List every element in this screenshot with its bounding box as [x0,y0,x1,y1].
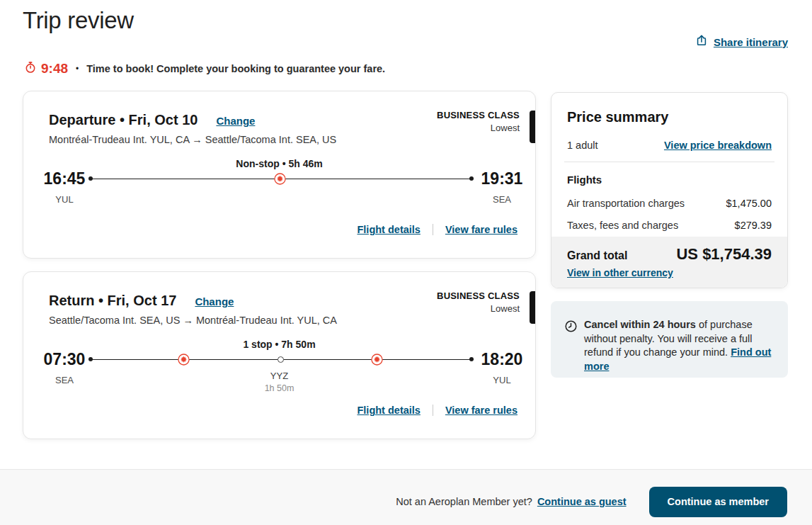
page-title: Trip review [23,7,134,34]
booking-timer: 9:48 • Time to book! Complete your booki… [24,61,385,77]
departure-flight-card: Departure • Fri, Oct 10 Change BUSINESS … [23,91,536,259]
charge-row: Taxes, fees and charges $279.39 [567,220,772,231]
return-arrive-time: 18:20 [472,350,532,369]
air-canada-maple-leaf-icon [371,354,383,366]
share-icon [695,34,708,50]
links-divider [433,405,433,416]
view-other-currency-link[interactable]: View in other currency [567,267,673,278]
return-summary: 1 stop • 7h 50m [23,339,535,350]
member-prompt: Not an Aeroplan Member yet? [396,496,532,507]
departure-arrive-code: SEA [472,194,532,205]
departure-heading: Departure • Fri, Oct 10 [49,112,198,128]
return-flight-card: Return • Fri, Oct 17 Change BUSINESS CLA… [23,271,536,439]
timer-separator: • [76,64,79,74]
cabin-class-label: BUSINESS CLASS [437,110,520,120]
price-summary-title: Price summary [567,109,668,125]
return-view-fare-rules-link[interactable]: View fare rules [445,405,517,416]
continue-as-member-button[interactable]: Continue as member [649,487,787,517]
timer-message: Time to book! Complete your booking to g… [86,63,385,74]
return-cabin-info: BUSINESS CLASS Lowest [437,290,520,314]
departure-summary: Non-stop • 5h 46m [23,158,535,169]
return-arrive-code: YUL [472,375,532,385]
return-change-button[interactable]: Change [195,295,234,307]
stopover-code: YYZ [108,371,450,381]
charge-amount: $1,475.00 [726,198,772,209]
flights-section-label: Flights [567,174,602,186]
passenger-count: 1 adult [567,140,598,151]
departure-route: Montréal-Trudeau Int. YUL, CA → Seattle/… [49,134,336,145]
departure-cabin-info: BUSINESS CLASS Lowest [437,110,520,133]
share-itinerary-label: Share itinerary [714,36,788,48]
grand-total-section: Grand total US $1,754.39 View in other c… [551,237,787,288]
continue-as-guest-link[interactable]: Continue as guest [537,496,627,507]
charge-label: Taxes, fees and charges [567,220,678,231]
stopover-marker [278,356,284,363]
stopover-duration: 1h 50m [108,383,450,393]
return-depart-time: 07:30 [35,350,94,369]
departure-flight-details-link[interactable]: Flight details [357,224,420,235]
return-heading: Return • Fri, Oct 17 [49,293,176,309]
return-depart-code: SEA [35,375,94,385]
timer-countdown: 9:48 [41,61,68,77]
departure-depart-code: YUL [35,194,94,205]
return-flight-details-link[interactable]: Flight details [357,405,420,416]
cancel-notice-highlight: Cancel within 24 hours [584,319,696,330]
cabin-color-indicator [530,111,535,143]
return-route: Seattle/Tacoma Int. SEA, US → Montréal-T… [49,315,337,326]
clock-icon [564,320,578,336]
charge-row: Air transportation charges $1,475.00 [567,198,772,209]
departure-view-fare-rules-link[interactable]: View fare rules [445,224,517,235]
price-summary-card: Price summary 1 adult View price breakdo… [551,92,788,288]
fare-brand-label: Lowest [437,123,520,133]
departure-change-button[interactable]: Change [216,115,255,127]
view-price-breakdown-link[interactable]: View price breakdown [664,140,772,151]
stopwatch-icon [24,61,37,77]
share-itinerary-link[interactable]: Share itinerary [695,34,788,50]
checkout-footer-bar: Not an Aeroplan Member yet? Continue as … [0,469,812,525]
departure-depart-time: 16:45 [35,169,94,188]
cabin-class-label: BUSINESS CLASS [437,290,520,301]
links-divider [433,224,433,235]
charge-amount: $279.39 [735,220,772,231]
divider [564,162,774,162]
air-canada-maple-leaf-icon [178,354,190,366]
grand-total-amount: US $1,754.39 [676,245,772,264]
fare-brand-label: Lowest [437,303,520,314]
charge-label: Air transportation charges [567,198,685,209]
air-canada-maple-leaf-icon [274,173,286,185]
grand-total-label: Grand total [567,249,627,262]
departure-arrive-time: 19:31 [472,169,532,188]
cancel-policy-notice: Cancel within 24 hours of purchase witho… [551,301,788,378]
cabin-color-indicator [530,291,535,324]
